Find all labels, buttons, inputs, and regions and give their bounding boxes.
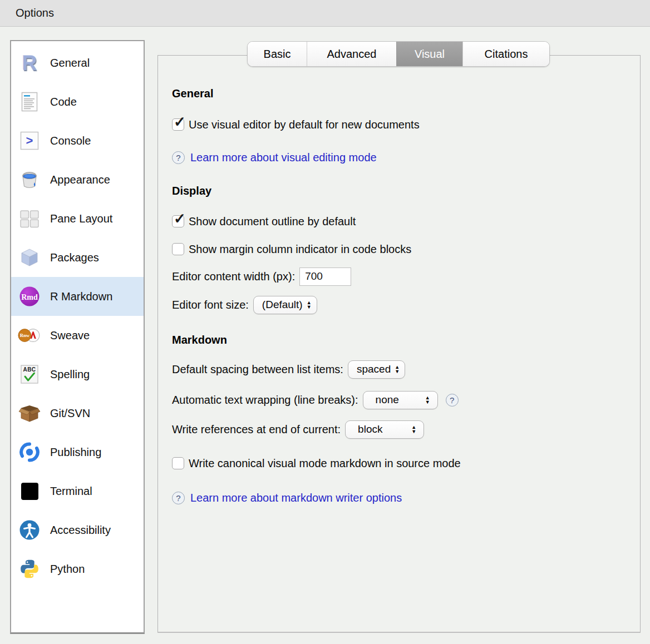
sidebar-item-publishing[interactable]: Publishing	[11, 433, 144, 472]
python-icon	[18, 557, 41, 581]
tab-label: Advanced	[327, 48, 377, 61]
code-document-icon	[18, 90, 41, 113]
sidebar-item-label: Code	[50, 96, 77, 108]
editor-content-width-row: Editor content width (px):	[172, 266, 351, 286]
sidebar-item-label: Console	[50, 135, 91, 147]
sidebar-item-label: Appearance	[50, 174, 110, 186]
sidebar-item-label: Publishing	[50, 446, 101, 459]
terminal-icon	[18, 479, 41, 503]
show-outline-row: ✓ Show document outline by default	[172, 211, 356, 231]
sidebar-item-label: R Markdown	[50, 290, 112, 303]
abc-check-icon: ABC	[18, 363, 41, 386]
sidebar-item-r-markdown[interactable]: Rmd R Markdown	[11, 277, 144, 316]
r-logo-icon: R	[18, 51, 41, 75]
tab-basic[interactable]: Basic	[248, 42, 307, 66]
sidebar-item-label: Spelling	[50, 368, 90, 381]
tab-label: Visual	[415, 48, 445, 61]
editor-font-size-select[interactable]: (Default) ▲▼	[253, 296, 317, 314]
tab-label: Basic	[264, 48, 291, 61]
svg-text:ABC: ABC	[23, 366, 36, 373]
sidebar-item-terminal[interactable]: Terminal	[11, 472, 144, 511]
text-wrapping-row: Automatic text wrapping (line breaks): n…	[172, 390, 459, 410]
svg-text:Rnw: Rnw	[20, 333, 30, 338]
tab-citations[interactable]: Citations	[462, 42, 549, 66]
pane-grid-icon	[18, 207, 41, 230]
stepper-arrows-icon: ▲▼	[395, 365, 400, 374]
stepper-arrows-icon: ▲▼	[425, 395, 430, 404]
list-spacing-select[interactable]: spaced ▲▼	[348, 360, 405, 379]
sidebar-item-label: Git/SVN	[50, 407, 90, 420]
editor-font-size-row: Editor font size: (Default) ▲▼	[172, 295, 317, 315]
sidebar-item-label: Pane Layout	[50, 212, 112, 225]
sidebar-item-appearance[interactable]: Appearance	[11, 160, 144, 199]
list-spacing-row: Default spacing between list items: spac…	[172, 359, 405, 379]
publish-connect-icon	[18, 440, 41, 464]
rmarkdown-badge-icon: Rmd	[18, 285, 41, 308]
use-visual-editor-label[interactable]: Use visual editor by default for new doc…	[189, 118, 420, 131]
sidebar-item-label: Sweave	[50, 329, 90, 342]
text-wrapping-label: Automatic text wrapping (line breaks):	[172, 394, 358, 407]
sidebar-item-console[interactable]: > Console	[11, 121, 144, 160]
sidebar-item-sweave[interactable]: Rnw Sweave	[11, 316, 144, 355]
sidebar-item-accessibility[interactable]: Accessibility	[11, 511, 144, 549]
section-heading-general: General	[172, 86, 213, 101]
canonical-markdown-label[interactable]: Write canonical visual mode markdown in …	[189, 457, 461, 470]
section-heading-markdown: Markdown	[172, 332, 227, 348]
editor-content-width-input[interactable]	[299, 267, 351, 286]
learn-more-markdown-writer-link[interactable]: Learn more about markdown writer options	[190, 492, 402, 504]
tab-advanced[interactable]: Advanced	[307, 42, 396, 66]
learn-more-visual-editing-link[interactable]: Learn more about visual editing mode	[190, 151, 377, 164]
text-wrapping-select[interactable]: none ▲▼	[363, 391, 438, 409]
dialog-title: Options	[16, 7, 54, 19]
references-select[interactable]: block ▲▼	[345, 420, 424, 439]
paint-bucket-icon	[18, 168, 41, 191]
sidebar-item-python[interactable]: Python	[11, 549, 144, 588]
markdown-writer-help-row: ? Learn more about markdown writer optio…	[172, 488, 402, 508]
tab-label: Citations	[485, 48, 528, 61]
options-tab-bar: Basic Advanced Visual Citations	[247, 41, 550, 67]
use-visual-editor-checkbox[interactable]: ✓	[172, 118, 184, 131]
sidebar-item-code[interactable]: Code	[11, 82, 144, 121]
section-heading-display: Display	[172, 183, 211, 199]
visual-editing-help-row: ? Learn more about visual editing mode	[172, 147, 377, 167]
cardboard-box-icon	[18, 402, 41, 425]
svg-text:>: >	[26, 133, 33, 147]
checkmark-icon: ✓	[174, 114, 186, 130]
sidebar-item-packages[interactable]: Packages	[11, 238, 144, 277]
canonical-markdown-checkbox[interactable]: ✓	[172, 457, 184, 469]
use-visual-editor-row: ✓ Use visual editor by default for new d…	[172, 115, 420, 135]
sidebar-item-spelling[interactable]: ABC Spelling	[11, 355, 144, 394]
references-row: Write references at end of current: bloc…	[172, 419, 424, 439]
options-category-sidebar: R General Code > Console	[10, 40, 145, 634]
sidebar-item-label: General	[50, 57, 90, 70]
editor-content-width-label: Editor content width (px):	[172, 270, 295, 283]
sidebar-item-label: Python	[50, 563, 85, 576]
stepper-arrows-icon: ▲▼	[411, 425, 416, 434]
show-outline-checkbox[interactable]: ✓	[172, 215, 184, 227]
sweave-rnw-pdf-icon: Rnw	[18, 324, 41, 347]
dialog-title-bar: Options	[0, 0, 650, 27]
editor-font-size-label: Editor font size:	[172, 299, 249, 311]
package-cube-icon	[18, 246, 41, 269]
show-margin-label[interactable]: Show margin column indicator in code blo…	[189, 243, 411, 256]
sidebar-item-label: Terminal	[50, 485, 92, 498]
sidebar-item-label: Accessibility	[50, 524, 111, 537]
show-margin-checkbox[interactable]: ✓	[172, 243, 184, 255]
tab-visual[interactable]: Visual	[396, 42, 462, 66]
show-outline-label[interactable]: Show document outline by default	[189, 215, 356, 228]
question-circle-icon[interactable]: ?	[446, 394, 459, 407]
references-label: Write references at end of current:	[172, 423, 341, 436]
console-prompt-icon: >	[18, 129, 41, 152]
accessibility-icon	[18, 518, 41, 542]
visual-options-panel: General ✓ Use visual editor by default f…	[157, 55, 641, 633]
show-margin-row: ✓ Show margin column indicator in code b…	[172, 239, 411, 259]
sidebar-item-pane-layout[interactable]: Pane Layout	[11, 199, 144, 238]
stepper-arrows-icon: ▲▼	[307, 300, 312, 309]
sidebar-item-general[interactable]: R General	[11, 43, 144, 82]
svg-text:Rmd: Rmd	[21, 293, 38, 301]
sidebar-item-label: Packages	[50, 251, 99, 264]
sidebar-item-git-svn[interactable]: Git/SVN	[11, 394, 144, 433]
question-circle-icon[interactable]: ?	[172, 492, 185, 504]
list-spacing-label: Default spacing between list items:	[172, 363, 343, 376]
question-circle-icon[interactable]: ?	[172, 151, 185, 164]
